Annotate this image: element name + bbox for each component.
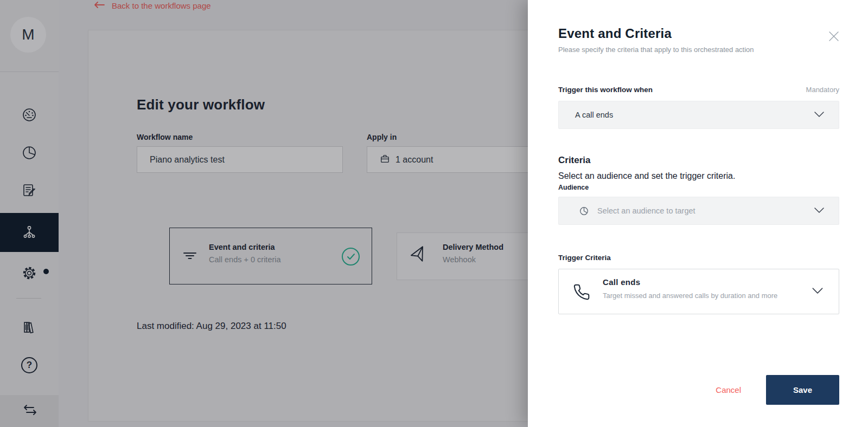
app-root: M	[0, 0, 868, 427]
close-button[interactable]	[827, 31, 840, 44]
call-ends-criteria-card[interactable]: Call ends Target missed and answered cal…	[558, 269, 839, 314]
trigger-criteria-label: Trigger Criteria	[558, 254, 611, 262]
criteria-heading: Criteria	[558, 155, 591, 166]
audience-placeholder: Select an audience to target	[597, 206, 695, 215]
trigger-event-value: A call ends	[575, 111, 613, 119]
mandatory-tag: Mandatory	[806, 86, 839, 94]
event-criteria-drawer: Event and Criteria Please specify the cr…	[528, 0, 868, 427]
modal-scrim	[0, 0, 528, 427]
trigger-label-row: Trigger this workflow when Mandatory	[558, 86, 839, 94]
close-icon	[828, 30, 840, 44]
drawer-title: Event and Criteria	[558, 26, 672, 41]
chevron-down-icon	[814, 111, 825, 119]
audience-label: Audience	[558, 184, 589, 191]
chevron-down-icon	[812, 287, 824, 296]
save-button[interactable]: Save	[766, 375, 839, 405]
audience-select[interactable]: Select an audience to target	[558, 197, 839, 225]
trigger-event-select[interactable]: A call ends	[558, 101, 839, 129]
cancel-button[interactable]: Cancel	[716, 385, 741, 394]
criteria-description: Select an audience and set the trigger c…	[558, 171, 735, 181]
criteria-card-subtitle: Target missed and answered calls by dura…	[603, 292, 777, 300]
trigger-when-label: Trigger this workflow when	[558, 86, 653, 94]
phone-icon	[573, 283, 590, 303]
drawer-subtitle: Please specify the criteria that apply t…	[558, 46, 754, 54]
drawer-footer: Cancel Save	[716, 375, 839, 405]
audience-pie-icon	[579, 206, 589, 216]
chevron-down-icon	[814, 206, 825, 216]
criteria-card-title: Call ends	[603, 277, 777, 287]
